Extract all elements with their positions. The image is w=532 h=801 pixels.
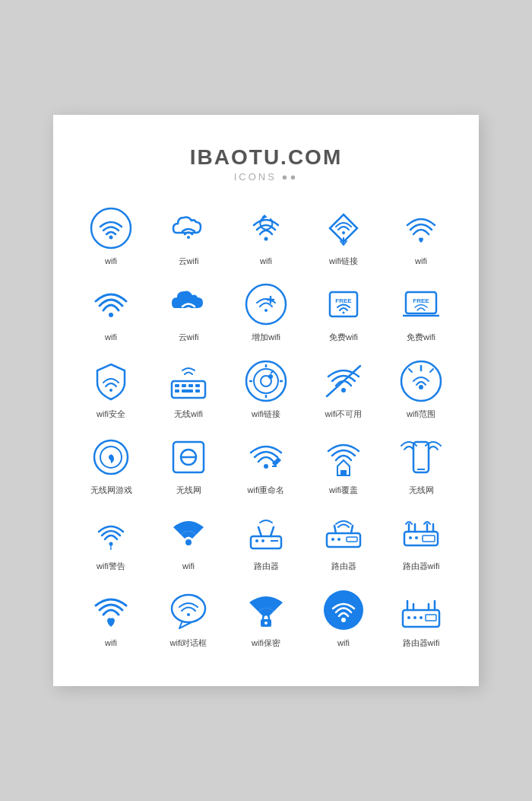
svg-rect-25 (175, 389, 179, 393)
icon-wifi-coverage: wifi覆盖 (309, 434, 378, 495)
svg-rect-53 (413, 442, 429, 472)
icon-label: wifi警告 (97, 561, 125, 571)
svg-point-81 (264, 621, 268, 625)
icon-wifi-dialog: wifi对话框 (154, 587, 223, 648)
icon-wireless-keyboard: 无线wifi (154, 358, 223, 419)
svg-line-35 (271, 370, 274, 373)
icon-label: 路由器wifi (403, 637, 440, 648)
svg-point-82 (324, 590, 363, 630)
svg-point-8 (187, 313, 190, 316)
svg-rect-26 (182, 389, 193, 393)
svg-point-37 (341, 388, 346, 393)
svg-rect-52 (340, 470, 347, 475)
svg-point-90 (413, 616, 416, 619)
icon-label: 路由器 (331, 561, 356, 571)
svg-point-76 (415, 536, 418, 539)
svg-point-78 (172, 595, 205, 622)
svg-line-42 (430, 369, 433, 372)
svg-point-29 (254, 369, 278, 393)
icon-wifi-link: wifi链接 (309, 205, 378, 266)
svg-point-2 (187, 236, 190, 239)
icon-label: 无线网 (176, 485, 201, 495)
svg-point-50 (264, 464, 268, 469)
icon-label: wifi (105, 256, 117, 266)
icon-label: wifi (105, 637, 117, 648)
icon-wireless-net: 无线网 (154, 434, 223, 495)
svg-line-60 (271, 527, 274, 536)
icon-wifi-rename: wifi重命名 (231, 434, 301, 495)
icon-cloud-wifi-1: 云wifi (154, 205, 223, 266)
icon-label: wifi (260, 256, 272, 266)
svg-line-66 (351, 526, 353, 533)
icon-wifi-heart-filled: wifi (76, 587, 146, 648)
icon-label: wifi重命名 (248, 485, 285, 495)
svg-point-67 (331, 538, 334, 541)
header: IBAOTU.COM ICONS ●● (76, 145, 456, 183)
icon-wifi-chain: wifi链接 (231, 358, 301, 419)
icon-router-1: 路由器 (231, 510, 301, 571)
svg-rect-22 (182, 384, 186, 387)
svg-point-0 (91, 208, 131, 248)
icon-wifi-filled: wifi (154, 510, 223, 571)
icon-label: wifi (182, 561, 195, 571)
svg-marker-4 (261, 215, 268, 218)
svg-rect-58 (251, 536, 281, 548)
svg-line-43 (409, 369, 412, 372)
svg-point-91 (420, 616, 423, 619)
icon-wifi-security: wifi安全 (76, 358, 146, 419)
svg-point-5 (342, 231, 345, 234)
icon-wifi-simple: wifi (76, 281, 146, 342)
icon-label: 无线网游戏 (90, 485, 132, 495)
icon-wifi-range: wifi范围 (386, 358, 456, 419)
icon-label: 路由器 (254, 561, 279, 571)
svg-rect-69 (347, 537, 357, 542)
icon-router-wifi-2: 路由器wifi (386, 587, 456, 648)
icon-add-wifi: 增加wifi (231, 281, 301, 342)
icon-label: 无线网 (409, 485, 434, 495)
icons-grid: wifi 云wifi wifi (76, 205, 456, 648)
icon-label: wifi覆盖 (329, 485, 358, 495)
svg-text:FREE: FREE (335, 297, 352, 304)
icon-router-wifi: 路由器wifi (386, 510, 456, 571)
svg-point-10 (264, 309, 268, 312)
icon-label: wifi (415, 256, 427, 266)
icon-label: wifi (105, 332, 117, 342)
svg-point-46 (109, 455, 113, 459)
icon-label: wifi安全 (97, 408, 125, 419)
icon-free-wifi-laptop: FREE 免费wifi (386, 281, 456, 342)
icon-cloud-wifi-2: 云wifi (154, 281, 223, 342)
svg-point-7 (109, 313, 113, 317)
icon-label: 云wifi (179, 256, 199, 266)
icon-router-2: 路由器 (309, 510, 378, 571)
icon-label: wifi保密 (252, 637, 280, 648)
icon-label: wifi链接 (252, 408, 280, 419)
svg-point-40 (419, 385, 423, 389)
icon-free-wifi-1: FREE 免费wifi (309, 281, 378, 342)
svg-text:i: i (110, 543, 112, 551)
svg-rect-23 (188, 384, 193, 387)
icon-wifi-circle-filled: wifi (309, 587, 378, 648)
icon-label: wifi链接 (329, 256, 358, 266)
icon-wireless-phone: 无线网 (386, 434, 456, 495)
svg-text:FREE: FREE (413, 297, 429, 304)
svg-point-75 (409, 536, 412, 539)
icon-wifi-lock: wifi保密 (231, 587, 301, 648)
svg-rect-27 (195, 389, 200, 393)
svg-point-9 (246, 284, 286, 324)
svg-point-3 (264, 237, 268, 241)
svg-line-65 (334, 526, 336, 533)
svg-point-1 (109, 236, 113, 240)
main-card: IBAOTU.COM ICONS ●● wifi 云wifi (53, 115, 479, 686)
icon-wifi-refresh: wifi (231, 205, 301, 266)
svg-point-62 (261, 539, 264, 542)
icon-label: 免费wifi (329, 332, 358, 342)
icon-label: wifi不可用 (325, 408, 363, 419)
svg-rect-24 (195, 384, 200, 387)
icon-label: 免费wifi (407, 332, 435, 342)
svg-line-59 (258, 527, 261, 536)
icon-wifi-1: wifi (76, 205, 146, 266)
svg-point-79 (187, 613, 190, 616)
icon-wifi-heart: wifi (386, 205, 456, 266)
svg-point-19 (109, 389, 112, 392)
icon-wireless-game: 无线网游戏 (76, 434, 146, 495)
